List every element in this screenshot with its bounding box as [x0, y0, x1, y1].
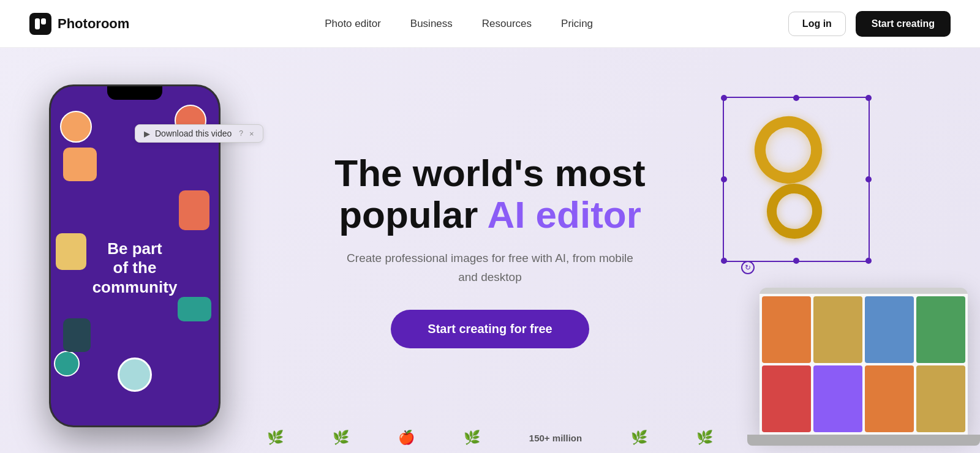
selection-box	[723, 97, 870, 262]
leaf-icon-3: 🌿	[464, 430, 480, 446]
rotate-handle[interactable]: ↻	[741, 261, 755, 274]
handle-bottom-middle[interactable]	[793, 258, 799, 264]
navbar: Photoroom Photo editor Business Resource…	[0, 0, 980, 48]
laptop-screen	[760, 294, 968, 435]
headline-part2: popular	[339, 193, 487, 236]
earring-1	[745, 107, 832, 193]
stat-label: 150+ million	[529, 433, 582, 443]
thumb-3	[865, 296, 914, 363]
handle-top-right[interactable]	[865, 95, 872, 101]
image-tile-1	[63, 148, 97, 181]
thumb-4	[916, 296, 965, 363]
play-icon: ▶	[144, 129, 150, 138]
nav-link-photo-editor[interactable]: Photo editor	[325, 18, 381, 30]
nav-actions: Log in Start creating	[788, 11, 951, 37]
logo-icon	[29, 13, 51, 35]
avatar-3	[54, 351, 80, 376]
download-tooltip: ▶ Download this video ? ×	[135, 124, 263, 143]
handle-middle-right[interactable]	[865, 176, 872, 182]
thumb-1	[762, 296, 811, 363]
svg-rect-1	[41, 18, 46, 24]
avatar-bottom	[118, 358, 152, 392]
hero-content: The world's most popular AI editor Creat…	[334, 152, 645, 348]
cta-button[interactable]: Start creating for free	[391, 310, 589, 348]
logo[interactable]: Photoroom	[29, 13, 129, 35]
leaf-icon-5: 🌿	[696, 430, 713, 446]
image-tile-4	[178, 297, 211, 321]
handle-top-middle[interactable]	[793, 95, 799, 101]
leaf-icon-1: 🌿	[267, 430, 284, 446]
earrings-editor: ↻	[723, 97, 882, 293]
login-button[interactable]: Log in	[788, 12, 846, 36]
nav-links: Photo editor Business Resources Pricing	[325, 18, 593, 30]
hero-section: ▶ Download this video ? × Be partof thec…	[0, 48, 980, 453]
nav-link-resources[interactable]: Resources	[482, 18, 532, 30]
handle-middle-left[interactable]	[721, 176, 727, 182]
bottom-bar: 🌿 🌿 🍎 🌿 150+ million 🌿 🌿	[0, 422, 980, 453]
laptop-body	[760, 288, 968, 435]
logo-text: Photoroom	[58, 16, 129, 32]
hero-subtext: Create professional images for free with…	[334, 249, 645, 286]
phone-text: Be partof thecommunity	[92, 239, 178, 297]
headline-ai: AI editor	[487, 193, 641, 236]
image-tile-3	[63, 318, 91, 352]
headline-part1: The world's most	[334, 152, 645, 194]
leaf-icon-4: 🌿	[631, 430, 647, 446]
handle-top-left[interactable]	[721, 95, 727, 101]
start-creating-button[interactable]: Start creating	[856, 11, 951, 37]
nav-link-business[interactable]: Business	[410, 18, 453, 30]
phone-notch	[107, 86, 162, 100]
handle-bottom-right[interactable]	[865, 258, 872, 264]
thumb-2	[813, 296, 862, 363]
apple-icon: 🍎	[398, 430, 415, 446]
handle-bottom-left[interactable]	[721, 258, 727, 264]
svg-rect-0	[35, 18, 40, 29]
earring-2	[763, 179, 826, 243]
close-icon[interactable]: ×	[249, 129, 254, 138]
help-icon[interactable]: ?	[239, 129, 243, 138]
download-label: Download this video	[155, 129, 232, 138]
image-tile-5	[56, 233, 86, 270]
hero-headline: The world's most popular AI editor	[334, 152, 645, 236]
nav-link-pricing[interactable]: Pricing	[561, 18, 593, 30]
image-tile-2	[179, 190, 209, 230]
avatar-1	[60, 111, 92, 143]
leaf-icon-2: 🌿	[333, 430, 349, 446]
